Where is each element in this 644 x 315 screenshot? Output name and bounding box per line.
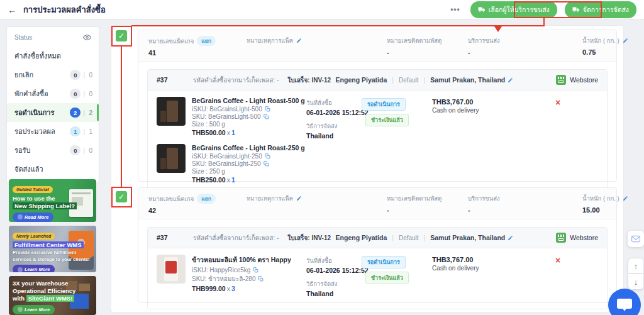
webstore-icon [556,233,566,243]
status-header: Status [14,34,32,41]
order-id: #37 [157,234,193,241]
tracking-label: หมายเลขติดตามพัสดุ [387,36,468,45]
banner-text: Provide exclusive fulfillment [13,250,92,256]
carrier-label: บริการขนส่ง [468,36,582,45]
divider: | [83,109,85,116]
sidebar-item-shipped[interactable]: จัดส่งแล้ว [7,160,99,179]
divider: | [392,77,394,84]
arrow-icon [18,214,23,219]
address-tag: Default [399,77,419,84]
sidebar-item-label: ยกเลิก [14,69,70,80]
copy-icon[interactable] [264,161,269,167]
times-symbol: x [227,176,230,184]
package-no-value: 42 [148,207,247,214]
banner-text: How to use the [13,195,92,202]
scroll-up-button[interactable]: ↑ [628,258,643,274]
product-isku: iSKU: HappyRice5kg [192,267,250,274]
package-2-checkbox[interactable]: ✓ [116,191,127,202]
customer-address: Samut Prakan, Thailand [430,234,505,241]
package-no-value: 41 [148,49,247,57]
edit-pencil-icon[interactable] [623,38,628,43]
weight-value: 0.75 [582,48,631,56]
invoice-no: ใบเสร็จ: INV-12 [287,75,331,85]
arrow-icon [18,267,23,272]
product-size: Size : 500 g [192,121,305,128]
eye-icon[interactable] [83,33,91,41]
copy-icon[interactable] [258,276,264,282]
banner-text: services & storage to your clients! [13,257,92,263]
status-badge: 1 [70,126,80,136]
copy-icon[interactable] [265,106,270,112]
divider: | [424,235,426,241]
product-size: Size : 250 g [192,168,305,175]
status-count: 1 [87,128,92,135]
edit-pencil-icon[interactable] [296,196,302,201]
edit-pencil-icon[interactable] [508,77,513,83]
page-title: การประมวลผลคำสั่งซื้อ [23,3,106,16]
split-badge: แยก [197,194,216,204]
read-more-button[interactable]: Read More [13,213,53,222]
payment-method: Cash on delivery [432,265,533,272]
envelope-icon [631,235,640,243]
channel-label: Webstore [570,234,598,241]
edit-pencil-icon[interactable] [296,38,302,43]
status-badge-paid: ชำระเงินแล้ว [365,114,409,126]
sidebar-item-to-receive[interactable]: รอรับ 0 | 0 [7,141,99,160]
banner-title: Fulfillment Center WMS [13,241,84,248]
sidebar-item-pending[interactable]: รอดำเนินการ 2 | 2 [7,103,99,122]
chat-widget-button[interactable] [608,289,641,315]
learn-more-button[interactable]: Learn More [13,265,55,272]
customer-name: Engeng Piyatida [336,234,387,241]
copy-icon[interactable] [253,267,258,273]
back-arrow-icon[interactable]: ← [8,4,17,15]
banner-sitegiant-wms[interactable]: 3X your Warehouse Operational Efficiency… [9,276,96,315]
select-carrier-button[interactable]: เลือกผู้ให้บริการขนส่ง [470,1,557,18]
edit-pencil-icon[interactable] [623,196,628,201]
sidebar-item-to-process[interactable]: รอประมวลผล 1 | 1 [7,122,99,141]
topbar: ← การประมวลผลคำสั่งซื้อ ••• เลือกผู้ให้บ… [0,0,644,19]
shipping-method-value: Thailand [306,290,401,297]
status-badge: 2 [70,108,80,118]
copy-icon[interactable] [264,114,269,119]
messages-button[interactable] [628,231,644,247]
copy-icon[interactable] [265,153,270,159]
carrier-value: - [468,48,582,56]
edit-pencil-icon[interactable] [508,235,513,241]
product-isku: iSKU: BeGrainsLight-250 [192,153,262,160]
tracking-value: - [387,48,468,56]
package-header: หมายเลขแพ็คเกจ แยก 41 หมายเหตุการแพ็ค หม… [138,30,616,62]
remove-order-icon[interactable]: × [555,256,560,265]
sidebar-item-cancelled[interactable]: ยกเลิก 0 | 0 [7,65,99,84]
split-badge: แยก [197,36,216,46]
manage-shipping-button[interactable]: จัดการการจัดส่ง [565,1,636,18]
status-badge: 0 [70,89,80,99]
sidebar-item-all-orders[interactable]: คำสั่งซื้อทั้งหมด [7,47,99,65]
banner-highlight: SiteGiant WMS! [26,295,75,302]
status-count: 0 [87,72,92,79]
product-sku: SKU: BeGrainsLight-500 [192,113,261,120]
learn-more-button[interactable]: Learn More [13,305,55,314]
status-badge-processing: รอดำเนินการ [362,98,406,111]
package-no-label: หมายเลขแพ็คเกจ [148,36,194,46]
scroll-down-button[interactable]: ↓ [628,274,643,289]
banner-fulfillment-wms[interactable]: Newly Launched Fulfillment Center WMS Pr… [9,226,96,272]
pack-note-label: หมายเหตุการแพ็ค [247,36,293,45]
weight-label: น้ำหนัก ( กก. ) [582,36,619,45]
cta-label: Learn More [25,267,50,272]
address-tag: Default [399,235,419,241]
order-card: #37 รหัสคำสั่งซื้อจากมาร์เก็ตเพลส: - ใบเ… [147,69,608,201]
order-total: THB3,767.00 [432,256,533,263]
invoice-no: ใบเสร็จ: INV-12 [287,233,331,243]
package-header: หมายเลขแพ็คเกจ แยก 42 หมายเหตุการแพ็ค หม… [138,188,616,219]
divider: | [83,91,85,97]
remove-order-icon[interactable]: × [555,98,560,107]
sidebar-item-on-hold[interactable]: พักคำสั่งซื้อ 0 | 0 [7,84,99,103]
order-id: #37 [157,76,193,84]
sidebar-item-label: จัดส่งแล้ว [14,163,92,175]
banner-shipping-label-tutorial[interactable]: Guided Tutorial How to use the New Shipp… [9,179,96,222]
banner-tag: Newly Launched [13,233,55,240]
product-sku: SKU: BeGrainsLight-250 [192,160,261,167]
status-count: 0 [87,147,92,154]
package-1-checkbox[interactable]: ✓ [116,30,127,41]
more-options-button[interactable]: ••• [448,5,463,14]
